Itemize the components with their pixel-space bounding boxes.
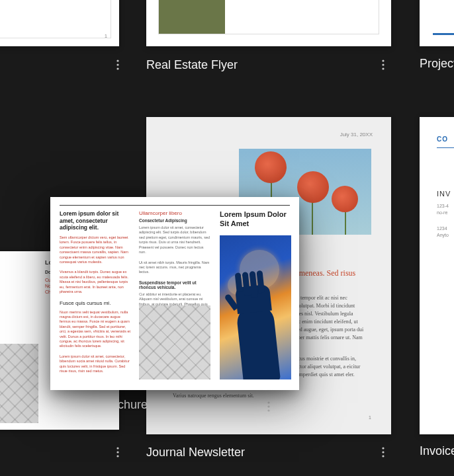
page-number: 1 — [369, 415, 371, 420]
template-card-invoice[interactable]: CO INV 123-4 no-re 1234 Anyto — [420, 117, 454, 434]
svg-point-1 — [116, 63, 118, 65]
svg-point-4 — [382, 63, 384, 65]
svg-point-8 — [267, 409, 269, 411]
page-number: 1 — [105, 34, 107, 38]
contact-panel: Lorem Ipsum 1234 Main Street Anytown, St… — [159, 0, 225, 34]
brochure-photo-placeholder — [220, 235, 291, 379]
col-subheading: Fusce quis cursus mi. — [60, 300, 131, 306]
col-body: Lorem ipsum dolor sit amet, consectetur,… — [60, 354, 131, 374]
accent-stripe — [437, 147, 454, 148]
col-body: Sem ullamcorper dictum vero, eget laoree… — [60, 235, 131, 265]
template-title: Invoice — [420, 444, 454, 458]
image-placeholder-icon — [0, 344, 38, 423]
svg-point-2 — [116, 67, 118, 69]
template-card-project[interactable] — [420, 0, 454, 46]
template-title: Museam Brochure — [50, 398, 148, 412]
template-card-museum-hover[interactable]: Lorem ipsum dolor sit amet, consectetur … — [50, 197, 299, 390]
brochure-col-1: Lorem ipsum dolor sit amet, consectetur … — [60, 210, 131, 379]
svg-point-10 — [382, 451, 384, 453]
more-options-button[interactable] — [375, 444, 391, 460]
bullet-list: Suspendisse ullamcorper mauris non est p… — [225, 0, 379, 34]
invoice-address: 1234 Anyto — [437, 225, 449, 239]
more-options-button[interactable] — [261, 399, 277, 415]
doc-frame — [0, 0, 111, 38]
svg-point-0 — [116, 60, 118, 61]
svg-point-9 — [382, 447, 384, 449]
col-heading: Lorem Ipsum Dolor Sit Amet — [220, 210, 291, 229]
invoice-logo: CO — [437, 136, 448, 143]
col-body: Vivamus a blandit turpis. Donec augue ex… — [60, 270, 131, 294]
svg-point-7 — [267, 405, 269, 407]
accent-stripe — [433, 33, 454, 35]
col-body: Ut sit amet nibh turpis. Mauris fringill… — [139, 260, 210, 275]
image-placeholder-icon — [139, 305, 210, 379]
col-heading: Lorem ipsum dolor sit amet, consectetur … — [60, 210, 131, 231]
svg-point-11 — [382, 455, 384, 457]
brochure-col-3: Lorem Ipsum Dolor Sit Amet — [220, 210, 291, 233]
template-card[interactable]: 1 — [0, 0, 119, 46]
col-sub: Consectetur Adipiscing — [139, 218, 210, 223]
divider — [60, 205, 290, 206]
svg-point-12 — [116, 447, 118, 449]
col-heading: Ullamcorper libero — [139, 210, 210, 216]
more-options-button[interactable] — [375, 57, 391, 73]
template-card-real-estate[interactable]: Lorem Ipsum 1234 Main Street Anytown, St… — [146, 0, 391, 46]
col-body: Nuon merims velit tequat vestibulum, nul… — [60, 310, 131, 349]
more-options-button[interactable] — [110, 57, 126, 73]
svg-point-5 — [382, 67, 384, 69]
col-body: Lorem ipsum dolor sit amet, consectetur … — [139, 225, 210, 255]
newsletter-date: July 31, 20XX — [340, 132, 373, 138]
more-options-button[interactable] — [110, 444, 126, 460]
template-title: Journal Newsletter — [146, 446, 245, 459]
template-title: Project — [420, 57, 454, 71]
hand-icon — [236, 302, 281, 379]
doc-frame: Lorem Ipsum 1234 Main Street Anytown, St… — [158, 0, 379, 34]
col-sub: Suspendisse tempor velit ut rhoncus vehi… — [139, 280, 210, 290]
svg-point-13 — [116, 451, 118, 453]
svg-point-6 — [267, 401, 269, 403]
template-title: Real Estate Flyer — [146, 58, 238, 72]
svg-point-14 — [116, 455, 118, 457]
invoice-meta: 123-4 no-re — [437, 203, 449, 216]
svg-point-3 — [382, 60, 384, 61]
invoice-heading: INV — [437, 190, 451, 198]
brochure-col-2: Ullamcorper libero Consectetur Adipiscin… — [139, 210, 210, 317]
